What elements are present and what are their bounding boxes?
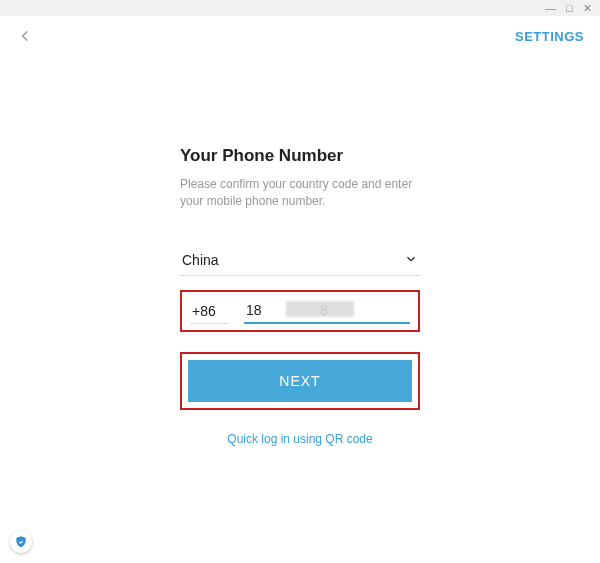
- next-button[interactable]: NEXT: [188, 360, 412, 402]
- page-title: Your Phone Number: [180, 146, 420, 166]
- phone-number-input[interactable]: [244, 298, 410, 324]
- next-button-highlight: NEXT: [180, 352, 420, 410]
- back-arrow-icon[interactable]: [16, 27, 34, 45]
- phone-row-highlight: +86: [180, 290, 420, 332]
- maximize-button[interactable]: □: [566, 3, 573, 14]
- qr-login-link[interactable]: Quick log in using QR code: [180, 432, 420, 446]
- login-form: Your Phone Number Please confirm your co…: [180, 146, 420, 446]
- country-code-field[interactable]: +86: [190, 299, 228, 324]
- close-button[interactable]: ✕: [583, 3, 592, 14]
- minimize-button[interactable]: —: [545, 3, 556, 14]
- country-value: China: [182, 252, 219, 268]
- app-header: SETTINGS: [0, 16, 600, 56]
- page-subtitle: Please confirm your country code and ent…: [180, 176, 420, 210]
- window-titlebar: — □ ✕: [0, 0, 600, 16]
- country-select[interactable]: China: [180, 248, 420, 276]
- shield-icon[interactable]: [10, 531, 32, 553]
- chevron-down-icon: [404, 252, 418, 269]
- settings-link[interactable]: SETTINGS: [515, 29, 584, 44]
